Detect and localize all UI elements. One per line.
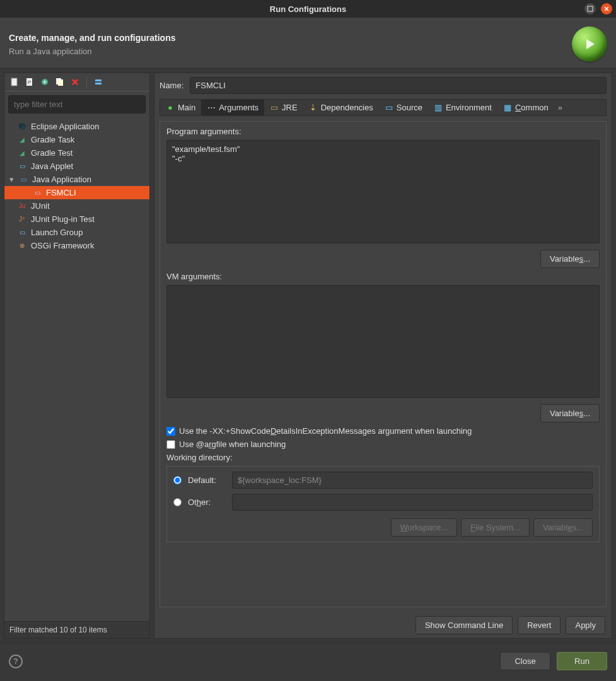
workdir-default-label: Default: [188, 475, 226, 485]
show-command-line-button[interactable]: Show Command Line [416, 616, 513, 634]
gradle-icon: ◢ [17, 149, 27, 158]
tab-main[interactable]: ●Main [160, 100, 201, 115]
variables-button-3[interactable]: Variables... [533, 518, 593, 537]
close-button[interactable]: Close [500, 652, 550, 670]
run-orb-icon [572, 26, 607, 62]
tab-source[interactable]: ▭Source [379, 100, 428, 115]
workspace-button[interactable]: Workspace... [391, 518, 458, 537]
java-app-icon: ▭ [32, 189, 42, 197]
tree-item-java-application[interactable]: ▾▭Java Application [4, 173, 149, 186]
common-tab-icon: ▦ [503, 103, 512, 112]
export-icon[interactable] [38, 76, 51, 88]
main-tab-icon: ● [166, 103, 175, 112]
tab-common[interactable]: ▦Common [497, 100, 554, 115]
eclipse-icon: 🌑 [17, 122, 27, 131]
help-icon[interactable]: ? [9, 655, 23, 668]
editor-actions: Show Command Line Revert Apply [160, 612, 607, 634]
sidebar: P 🌑Eclipse Application ◢Gradle Task ◢Gra… [4, 73, 150, 639]
workdir-other-input[interactable] [232, 494, 593, 511]
launch-group-icon: ▭ [17, 228, 27, 237]
filesystem-button[interactable]: File System... [461, 518, 530, 537]
tab-arguments[interactable]: ⋯Arguments [201, 100, 264, 115]
java-app-icon: ▭ [18, 175, 28, 184]
header-title: Create, manage, and run configurations [9, 33, 176, 43]
workdir-default-radio[interactable] [173, 476, 182, 484]
jre-tab-icon: ▭ [270, 103, 279, 112]
header-subtitle: Run a Java application [9, 47, 176, 56]
svg-rect-7 [95, 79, 102, 81]
filter-input[interactable] [8, 95, 146, 114]
workdir-default-input [232, 472, 593, 489]
osgi-icon: ⊕ [17, 242, 27, 250]
arguments-panel: Program arguments: "example/test.fsm" "-… [160, 121, 607, 607]
argfile-checkbox-row[interactable]: Use @argfile when launching [166, 439, 600, 449]
args-tab-icon: ⋯ [207, 103, 216, 112]
deps-tab-icon: ⇣ [309, 103, 318, 112]
workdir-group: Default: Other: Workspace... File System… [166, 466, 600, 542]
svg-rect-1 [11, 78, 17, 86]
window-title: Run Configurations [270, 4, 346, 14]
dialog-footer: ? Close Run [0, 643, 616, 679]
tree-item-gradle-test[interactable]: ◢Gradle Test [4, 146, 149, 160]
gradle-icon: ◢ [17, 136, 27, 144]
maximize-icon[interactable] [584, 3, 596, 15]
variables-button-1[interactable]: Variables... [540, 250, 600, 268]
dialog-header: Create, manage, and run configurations R… [0, 18, 616, 69]
tree-item-gradle-task[interactable]: ◢Gradle Task [4, 133, 149, 146]
workdir-other-radio[interactable] [173, 498, 182, 506]
source-tab-icon: ▭ [385, 103, 393, 112]
filter-icon[interactable] [92, 76, 105, 88]
tree-item-junit-plugin[interactable]: J⁺JUnit Plug-in Test [4, 212, 149, 226]
close-icon[interactable] [601, 3, 612, 15]
xx-checkbox-row[interactable]: Use the -XX:+ShowCodeDetailsInExceptionM… [166, 426, 600, 436]
new-config-icon[interactable] [8, 76, 21, 88]
env-tab-icon: ▥ [434, 103, 443, 112]
chevron-down-icon[interactable]: ▾ [8, 175, 15, 184]
tab-bar: ●Main ⋯Arguments ▭JRE ⇣Dependencies ▭Sou… [160, 99, 607, 116]
config-editor: Name: ●Main ⋯Arguments ▭JRE ⇣Dependencie… [154, 73, 612, 639]
filter-status: Filter matched 10 of 10 items [4, 621, 149, 638]
vm-args-input[interactable] [166, 285, 600, 398]
tab-common-rest: ommon [521, 103, 548, 112]
svg-rect-0 [588, 6, 593, 11]
applet-icon: ▭ [17, 162, 27, 171]
argfile-checkbox[interactable] [166, 440, 175, 449]
revert-button[interactable]: Revert [518, 616, 561, 634]
tab-environment[interactable]: ▥Environment [428, 100, 497, 115]
argfile-checkbox-label: Use @argfile when launching [179, 439, 286, 449]
svg-text:P: P [28, 79, 31, 85]
run-button[interactable]: Run [557, 652, 607, 670]
sidebar-toolbar: P [4, 73, 149, 91]
tab-overflow-icon[interactable]: » [554, 100, 566, 115]
variables-button-2[interactable]: Variables... [540, 404, 600, 422]
workdir-other-label: Other: [188, 498, 226, 507]
config-tree: 🌑Eclipse Application ◢Gradle Task ◢Gradl… [4, 117, 149, 621]
tree-item-java-applet[interactable]: ▭Java Applet [4, 160, 149, 173]
tab-dependencies[interactable]: ⇣Dependencies [303, 100, 379, 115]
svg-rect-6 [58, 79, 63, 86]
vm-args-label: VM arguments: [166, 272, 600, 281]
program-args-label: Program arguments: [166, 127, 600, 136]
program-args-input[interactable]: "example/test.fsm" "-c" [166, 140, 600, 243]
tree-item-fsmcli[interactable]: ▭FSMCLI [4, 186, 149, 199]
titlebar: Run Configurations [0, 0, 616, 18]
new-proto-icon[interactable]: P [23, 76, 36, 88]
workdir-label: Working directory: [166, 453, 600, 462]
duplicate-icon[interactable] [54, 76, 66, 88]
xx-checkbox-label: Use the -XX:+ShowCodeDetailsInExceptionM… [179, 426, 472, 436]
tree-item-eclipse-application[interactable]: 🌑Eclipse Application [4, 120, 149, 133]
tree-item-launch-group[interactable]: ▭Launch Group [4, 226, 149, 239]
name-label: Name: [160, 81, 183, 90]
xx-checkbox[interactable] [166, 427, 175, 436]
name-input[interactable] [190, 77, 607, 94]
tab-jre[interactable]: ▭JRE [264, 100, 303, 115]
apply-button[interactable]: Apply [566, 616, 605, 634]
tree-item-osgi[interactable]: ⊕OSGi Framework [4, 239, 149, 252]
junit-plugin-icon: J⁺ [17, 215, 27, 224]
tree-item-junit[interactable]: JuJUnit [4, 199, 149, 212]
svg-rect-8 [95, 83, 102, 84]
junit-icon: Ju [17, 202, 27, 211]
delete-icon[interactable] [69, 76, 81, 88]
